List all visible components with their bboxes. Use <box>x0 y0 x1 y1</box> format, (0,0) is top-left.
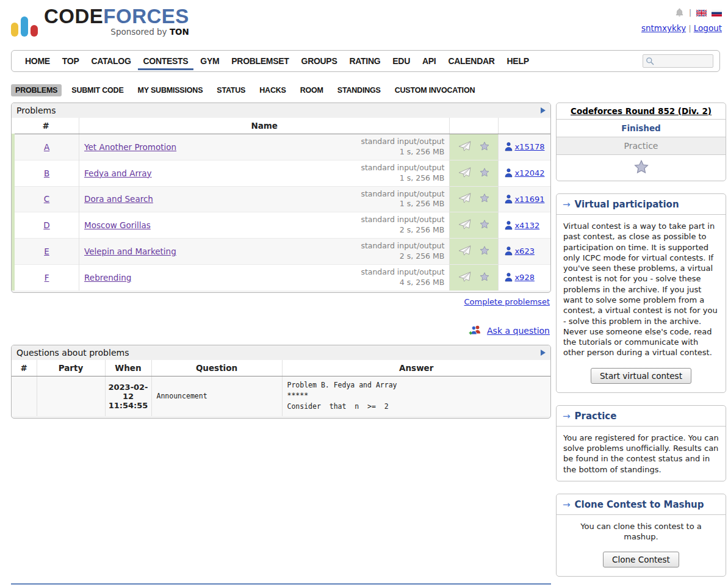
problem-letter-link[interactable]: F <box>45 273 49 283</box>
complete-problemset-link[interactable]: Complete problemset <box>464 297 550 306</box>
problem-letter-link[interactable]: D <box>43 220 49 230</box>
practice-text: You are registered for practice. You can… <box>557 427 726 481</box>
q-col-num: # <box>12 360 37 376</box>
user-separator: | <box>688 24 691 33</box>
clarification-plane-icon[interactable] <box>458 193 471 205</box>
subnav-standings[interactable]: STANDINGS <box>333 84 385 96</box>
problems-expand-arrow-icon[interactable] <box>541 107 546 113</box>
subnav-problems[interactable]: PROBLEMS <box>11 84 62 96</box>
logout-link[interactable]: Logout <box>694 23 722 33</box>
solved-count-link[interactable]: x15178 <box>514 142 544 151</box>
virtual-participation-box: →Virtual participation Virtual contest i… <box>556 193 726 393</box>
clarification-plane-icon[interactable] <box>458 141 471 153</box>
solved-count-link[interactable]: x623 <box>514 247 535 256</box>
section-arrow-icon: → <box>563 499 571 510</box>
subnav-my-submissions[interactable]: MY SUBMISSIONS <box>134 84 207 96</box>
subnav-hacks[interactable]: HACKS <box>255 84 290 96</box>
contest-info-box: Codeforces Round 852 (Div. 2) Finished P… <box>556 103 726 181</box>
question-num <box>12 376 37 416</box>
clarification-plane-icon[interactable] <box>458 272 471 284</box>
notification-bell-icon[interactable] <box>675 8 684 18</box>
favorite-star-icon[interactable] <box>480 193 489 204</box>
nav-item-gym[interactable]: GYM <box>195 52 225 70</box>
clarification-plane-icon[interactable] <box>458 245 471 257</box>
problem-name-link[interactable]: Rebrending <box>84 273 131 283</box>
favorite-star-icon[interactable] <box>480 220 489 231</box>
nav-item-api[interactable]: API <box>417 52 441 70</box>
favorite-star-icon[interactable] <box>480 246 489 257</box>
problem-row-a: A Yet Another Promotion standard input/o… <box>13 134 551 160</box>
contest-title-link[interactable]: Codeforces Round 852 (Div. 2) <box>571 106 712 116</box>
problem-name-link[interactable]: Velepin and Marketing <box>84 247 176 256</box>
problems-box: Problems # Name A <box>11 103 551 293</box>
problem-name-link[interactable]: Moscow Gorillas <box>84 220 151 230</box>
nav-item-calendar[interactable]: CALENDAR <box>442 52 500 70</box>
nav-item-rating[interactable]: RATING <box>344 52 386 70</box>
ton-brand-text: TON <box>170 27 189 37</box>
nav-item-home[interactable]: HOME <box>20 52 56 70</box>
solved-count-link[interactable]: x12042 <box>514 168 544 178</box>
main-navigation: HOME TOP CATALOG CONTESTS GYM PROBLEMSET… <box>11 50 720 72</box>
q-col-party: Party <box>37 360 105 376</box>
solver-person-icon <box>505 273 514 282</box>
subnav-room[interactable]: ROOM <box>296 84 328 96</box>
nav-item-top[interactable]: TOP <box>57 52 85 70</box>
russian-flag-icon[interactable] <box>712 10 722 16</box>
question-party <box>37 376 105 416</box>
search-input[interactable] <box>654 56 709 67</box>
subnav-custom-invocation[interactable]: CUSTOM INVOCATION <box>391 84 480 96</box>
username-link[interactable]: sntmxykky <box>641 23 686 33</box>
problem-letter-link[interactable]: C <box>44 194 49 204</box>
subnav-submit-code[interactable]: SUBMIT CODE <box>67 84 128 96</box>
nav-item-help[interactable]: HELP <box>502 52 535 70</box>
english-flag-icon[interactable] <box>696 10 707 16</box>
nav-item-edu[interactable]: EDU <box>387 52 416 70</box>
section-arrow-icon: → <box>563 411 571 422</box>
clone-contest-box: →Clone Contest to Mashup You can clone t… <box>556 494 726 577</box>
header-right: | sntmxykky | Logout <box>641 6 722 46</box>
problem-row-c: C Dora and Search standard input/output1… <box>13 186 551 212</box>
search-box <box>643 54 713 68</box>
start-virtual-contest-button[interactable]: Start virtual contest <box>591 368 691 384</box>
solver-person-icon <box>505 168 514 178</box>
codeforces-logo[interactable]: CODEFORCES Sponsored by TON <box>11 6 189 46</box>
header-separator: | <box>689 9 691 17</box>
main-content: Problems # Name A <box>11 103 551 419</box>
problem-letter-link[interactable]: A <box>44 142 49 152</box>
problem-name-link[interactable]: Fedya and Array <box>84 168 152 178</box>
clone-contest-button[interactable]: Clone Contest <box>603 552 679 567</box>
favorite-star-icon[interactable] <box>480 168 489 179</box>
solved-count-link[interactable]: x4132 <box>514 221 539 230</box>
problem-limits: standard input/output4 s, 256 MB <box>361 267 444 288</box>
subnav-status[interactable]: STATUS <box>212 84 250 96</box>
nav-item-contests[interactable]: CONTESTS <box>138 52 194 70</box>
virtual-participation-text: Virtual contest is a way to take part in… <box>557 215 726 364</box>
questions-expand-arrow-icon[interactable] <box>541 350 546 356</box>
problem-name-link[interactable]: Dora and Search <box>84 194 153 204</box>
ask-question-link[interactable]: Ask a question <box>487 326 550 336</box>
practice-box: →Practice You are registered for practic… <box>556 405 726 481</box>
contest-status: Finished <box>557 120 726 137</box>
logo-code-text: CODE <box>44 5 103 27</box>
sidebar: Codeforces Round 852 (Div. 2) Finished P… <box>556 103 726 587</box>
solved-count-link[interactable]: x928 <box>514 273 535 282</box>
problem-letter-link[interactable]: B <box>44 168 49 178</box>
solved-count-link[interactable]: x11691 <box>514 195 544 204</box>
nav-item-problemset[interactable]: PROBLEMSET <box>226 52 294 70</box>
col-header-index: # <box>13 118 79 134</box>
logo-bars-icon <box>11 11 38 37</box>
problem-limits: standard input/output2 s, 256 MB <box>361 241 444 262</box>
problem-limits: standard input/output1 s, 256 MB <box>361 137 444 157</box>
problem-letter-link[interactable]: E <box>44 247 49 256</box>
problem-limits: standard input/output2 s, 256 MB <box>361 215 444 236</box>
clarification-plane-icon[interactable] <box>458 219 471 231</box>
nav-item-catalog[interactable]: CATALOG <box>85 52 136 70</box>
favorite-star-icon[interactable] <box>480 142 489 153</box>
col-header-solved <box>499 118 550 134</box>
nav-item-groups[interactable]: GROUPS <box>296 52 343 70</box>
clarification-plane-icon[interactable] <box>458 167 471 179</box>
problem-name-link[interactable]: Yet Another Promotion <box>84 142 176 152</box>
sponsored-by-text: Sponsored by <box>110 27 167 37</box>
favorite-star-icon[interactable] <box>480 272 489 283</box>
contest-favorite-star-icon[interactable] <box>634 160 649 174</box>
